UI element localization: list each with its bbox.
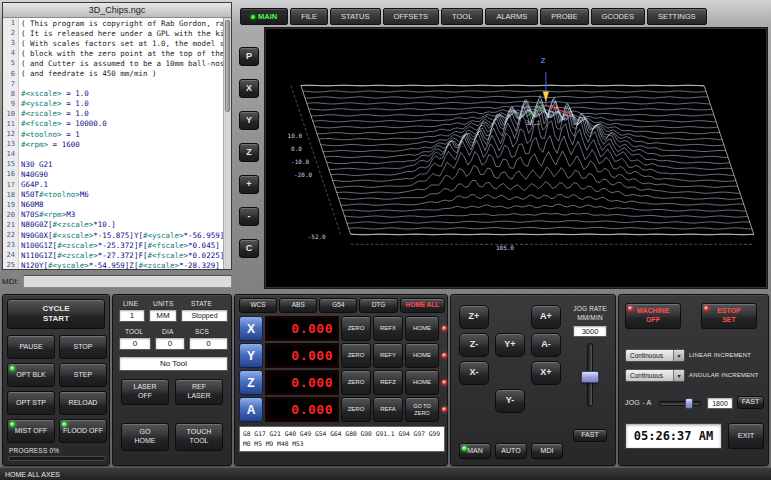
angular-increment-value: Continuous bbox=[630, 372, 663, 379]
zero-button-z[interactable]: ZERO bbox=[341, 370, 371, 395]
axis-button-x[interactable]: X bbox=[239, 316, 263, 341]
tab-gcodes[interactable]: GCODES bbox=[591, 8, 646, 25]
jog-y-minus-button[interactable]: Y- bbox=[495, 389, 525, 413]
ref-button-a[interactable]: REFA bbox=[373, 397, 403, 422]
machine-fast-button[interactable]: FAST bbox=[737, 396, 764, 409]
gcode-editor-panel: 3D_Chips.ngc 1( This program is copyrigh… bbox=[2, 2, 232, 270]
ref-laser-button[interactable]: REF LASER bbox=[175, 379, 223, 405]
estop-led bbox=[704, 306, 709, 311]
step-label: STEP bbox=[74, 371, 92, 380]
pause-button[interactable]: PAUSE bbox=[7, 335, 55, 359]
estop-button[interactable]: ESTOP SET bbox=[701, 303, 757, 329]
zero-button-a[interactable]: ZERO bbox=[341, 397, 371, 422]
home-all-button[interactable]: HOME ALL bbox=[400, 298, 445, 313]
gcode-listing[interactable]: 1( This program is copyright of Rab Gord… bbox=[3, 18, 223, 269]
mist-button[interactable]: MIST OFF bbox=[7, 419, 55, 443]
reload-button[interactable]: RELOAD bbox=[59, 391, 107, 415]
line-number: 24 bbox=[3, 250, 19, 260]
jog-z-minus-button[interactable]: Z- bbox=[459, 333, 489, 357]
dro-header-wcs[interactable]: WCS bbox=[239, 298, 277, 313]
ref-button-z[interactable]: REFZ bbox=[373, 370, 403, 395]
gcode-3d-preview[interactable]: Z 10.00.0-10.0-20.0-52.0105.038.1 bbox=[264, 27, 768, 289]
tab-tool[interactable]: TOOL bbox=[441, 8, 483, 25]
step-button[interactable]: STEP bbox=[59, 363, 107, 387]
mist-led bbox=[10, 422, 15, 427]
state-header: STATE bbox=[191, 300, 212, 307]
tab-main[interactable]: MAIN bbox=[240, 8, 288, 25]
clear-button[interactable]: C bbox=[239, 239, 259, 258]
code-text: N80G0Z[#<zscale>*10.] bbox=[19, 220, 116, 229]
jog-y-plus-button[interactable]: Y+ bbox=[495, 333, 525, 357]
home-button-a[interactable]: GO TO ZERO bbox=[405, 397, 439, 422]
jog-rate-slider-thumb[interactable] bbox=[581, 371, 599, 383]
tab-offsets[interactable]: OFFSETS bbox=[383, 8, 440, 25]
tab-file[interactable]: FILE bbox=[290, 8, 328, 25]
jog-a-minus-button[interactable]: A- bbox=[531, 333, 561, 357]
jog-a-minus-label: A- bbox=[541, 339, 551, 350]
editor-scrollbar[interactable] bbox=[223, 18, 231, 269]
zero-button-x[interactable]: ZERO bbox=[341, 316, 371, 341]
jog-a-slider-track[interactable] bbox=[659, 401, 701, 406]
man-label: MAN bbox=[467, 447, 483, 456]
jog-z-minus-label: Z- bbox=[470, 339, 479, 350]
jog-y-plus-label: Y+ bbox=[504, 339, 515, 350]
tab-settings[interactable]: SETTINGS bbox=[647, 8, 707, 25]
mode-auto-button[interactable]: AUTO bbox=[495, 443, 527, 459]
flood-button[interactable]: FLOOD OFF bbox=[59, 419, 107, 443]
ref-button-y[interactable]: REFY bbox=[373, 343, 403, 368]
ref-button-x[interactable]: REFX bbox=[373, 316, 403, 341]
tab-status[interactable]: STATUS bbox=[330, 8, 380, 25]
stop-button[interactable]: STOP bbox=[59, 335, 107, 359]
code-line: 10#<zscale> = 1.0 bbox=[3, 109, 223, 119]
axis-button-z[interactable]: Z bbox=[239, 370, 263, 395]
go-home-button[interactable]: GO HOME bbox=[121, 423, 169, 451]
line-number: 12 bbox=[3, 129, 19, 139]
jog-a-plus-button[interactable]: A+ bbox=[531, 305, 561, 329]
jog-x-minus-button[interactable]: X- bbox=[459, 361, 489, 385]
jog-fast-button[interactable]: FAST bbox=[573, 429, 607, 442]
dro-header-abs[interactable]: ABS bbox=[279, 298, 317, 313]
jog-x-plus-button[interactable]: X+ bbox=[531, 361, 561, 385]
tab-probe[interactable]: PROBE bbox=[540, 8, 588, 25]
chevron-down-icon: ▾ bbox=[673, 370, 684, 381]
home-button-z[interactable]: HOME bbox=[405, 370, 439, 395]
dro-header-g54[interactable]: G54 bbox=[319, 298, 357, 313]
optional-stop-button[interactable]: OPT STP bbox=[7, 391, 55, 415]
optional-block-button[interactable]: OPT BLK bbox=[7, 363, 55, 387]
jog-a-slider-thumb[interactable] bbox=[685, 398, 693, 409]
line-number: 22 bbox=[3, 230, 19, 240]
angular-increment-select[interactable]: Continuous▾ bbox=[625, 369, 685, 382]
laser-button[interactable]: LASER OFF bbox=[121, 379, 169, 405]
zoom-out-button[interactable]: - bbox=[239, 207, 259, 226]
mode-mdi-button[interactable]: MDI bbox=[531, 443, 563, 459]
zero-button-y[interactable]: ZERO bbox=[341, 343, 371, 368]
scrollbar-thumb[interactable] bbox=[225, 20, 230, 112]
home-button-y[interactable]: HOME bbox=[405, 343, 439, 368]
dro-header-dtg[interactable]: DTG bbox=[359, 298, 397, 313]
view-z-button[interactable]: Z bbox=[239, 143, 259, 162]
perspective-button[interactable]: P bbox=[239, 47, 259, 66]
mdi-input[interactable] bbox=[23, 275, 232, 288]
mode-man-button[interactable]: MAN bbox=[459, 443, 491, 459]
home-button-x[interactable]: HOME bbox=[405, 316, 439, 341]
mdi-row: MDI: bbox=[2, 273, 232, 289]
exit-button[interactable]: EXIT bbox=[728, 423, 764, 449]
axis-button-a[interactable]: A bbox=[239, 397, 263, 422]
line-number: 20 bbox=[3, 210, 19, 220]
zoom-in-button[interactable]: + bbox=[239, 175, 259, 194]
file-title: 3D_Chips.ngc bbox=[3, 3, 231, 18]
cycle-start-button[interactable]: CYCLE START bbox=[7, 299, 105, 329]
jog-fast-label: FAST bbox=[581, 431, 599, 440]
view-y-button[interactable]: Y bbox=[239, 111, 259, 130]
axis-button-y[interactable]: Y bbox=[239, 343, 263, 368]
tab-alarms[interactable]: ALARMS bbox=[485, 8, 538, 25]
linear-increment-select[interactable]: Continuous▾ bbox=[625, 349, 685, 362]
view-x-button[interactable]: X bbox=[239, 79, 259, 98]
homed-led-y bbox=[442, 353, 447, 358]
flood-label: FLOOD OFF bbox=[63, 427, 103, 436]
jog-z-plus-button[interactable]: Z+ bbox=[459, 305, 489, 329]
touch-tool-button[interactable]: TOUCH TOOL bbox=[175, 423, 223, 451]
machine-off-button[interactable]: MACHINE OFF bbox=[625, 303, 681, 329]
linear-increment-value: Continuous bbox=[630, 352, 663, 359]
code-line: 12#<toolno> = 1 bbox=[3, 129, 223, 139]
